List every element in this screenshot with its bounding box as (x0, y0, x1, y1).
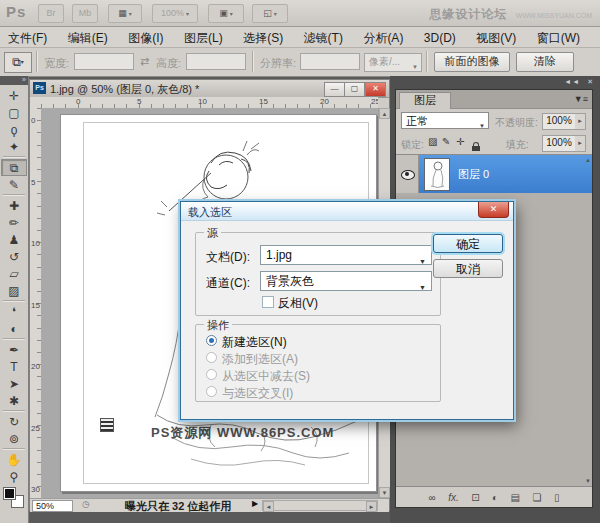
close-panel-icon[interactable]: ✕ (587, 78, 594, 85)
layer-style-icon[interactable]: fx. (448, 488, 459, 507)
zoom-tool[interactable]: ⚲ (1, 468, 27, 485)
add-to-selection-radio[interactable] (206, 352, 217, 363)
tab-layers[interactable]: 图层 (399, 92, 451, 109)
front-image-button[interactable]: 前面的图像 (434, 52, 510, 72)
layer-group-icon[interactable]: ▤ (511, 488, 520, 507)
marquee-tool[interactable]: ▢ (1, 104, 27, 121)
zoom-level-select[interactable]: 100%▾ (152, 4, 198, 23)
scroll-down-icon[interactable]: ▼ (379, 487, 390, 498)
menu-file[interactable]: 文件(F) (0, 27, 55, 47)
screen-mode-icon[interactable]: ◱▾ (252, 4, 288, 23)
menu-select[interactable]: 选择(S) (235, 27, 291, 47)
height-input[interactable] (186, 53, 246, 70)
quick-selection-tool[interactable]: ✦ (1, 138, 27, 155)
status-proxy-arrow-icon[interactable]: ▶ (252, 499, 258, 508)
ok-button[interactable]: 确定 (433, 234, 503, 253)
invert-checkbox[interactable] (262, 296, 274, 308)
swap-dimensions-icon[interactable]: ⇄ (140, 55, 149, 68)
orbit-3d-tool[interactable]: ⊚ (1, 430, 27, 447)
list-scroll-down-icon[interactable]: ▼ (585, 478, 591, 484)
maximize-button[interactable]: ▢ (344, 82, 365, 97)
list-scroll-up-icon[interactable]: ▲ (585, 157, 591, 163)
eraser-tool[interactable]: ▱ (1, 265, 27, 282)
width-input[interactable] (74, 53, 134, 70)
document-select[interactable]: 1.jpg ▼ (260, 245, 432, 265)
view-extras-icon[interactable]: ▦▾ (108, 4, 142, 23)
adjustment-layer-icon[interactable]: ◐ (492, 488, 498, 507)
crop-tool-badge[interactable]: ⧉▾ (4, 52, 32, 73)
clone-stamp-tool[interactable]: ♟ (1, 231, 27, 248)
hand-tool[interactable]: ✋ (1, 451, 27, 468)
layer-name[interactable]: 图层 0 (458, 167, 489, 182)
bridge-icon[interactable]: Br (38, 4, 64, 23)
ruler-number: 25 (31, 424, 40, 433)
document-title-bar[interactable]: Ps 1.jpg @ 50% (图层 0, 灰色/8) * — ▢ ✕ (30, 80, 389, 98)
menu-layer[interactable]: 图层(L) (176, 27, 231, 47)
healing-brush-tool[interactable]: ✚ (1, 197, 27, 214)
opacity-value[interactable]: 100% (542, 113, 576, 130)
new-layer-icon[interactable]: ❏ (532, 488, 541, 507)
delete-layer-icon[interactable]: ▯ (554, 488, 560, 507)
dialog-close-button[interactable]: ✕ (478, 202, 509, 218)
menu-analysis[interactable]: 分析(A) (355, 27, 411, 47)
hand-tool-icon: ✋ (7, 453, 22, 467)
menu-view[interactable]: 视图(V) (468, 27, 524, 47)
horizontal-scrollbar[interactable]: ◄ ► (262, 500, 378, 511)
blur-tool[interactable]: ❛ (1, 303, 27, 320)
lock-pixels-icon[interactable]: ✎ (442, 136, 450, 147)
gradient-tool[interactable]: ▨ (1, 282, 27, 299)
fill-spinner-icon[interactable]: ▸ (575, 135, 586, 152)
history-brush-tool[interactable]: ↺ (1, 248, 27, 265)
layer-row[interactable]: 图层 0 (396, 155, 592, 193)
scroll-up-icon[interactable]: ▲ (379, 108, 390, 119)
pen-tool[interactable]: ✒ (1, 341, 27, 358)
channel-select[interactable]: 背景灰色 ▼ (260, 271, 432, 291)
shape-tool[interactable]: ✱ (1, 392, 27, 409)
cancel-button[interactable]: 取消 (433, 259, 503, 278)
menu-filter[interactable]: 滤镜(T) (296, 27, 351, 47)
foreground-color-swatch[interactable] (3, 487, 16, 500)
scroll-left-icon[interactable]: ◄ (263, 501, 274, 512)
mini-bridge-icon[interactable]: Mb (72, 4, 98, 23)
minimize-button[interactable]: — (324, 82, 345, 97)
subtract-from-selection-radio[interactable] (206, 369, 217, 380)
type-tool[interactable]: T (1, 358, 27, 375)
blend-mode-select[interactable]: 正常▼ (401, 112, 489, 129)
fill-value[interactable]: 100% (542, 135, 576, 152)
link-layers-icon[interactable]: ∞ (429, 488, 436, 507)
lock-transparency-icon[interactable]: ▨ (428, 136, 437, 147)
brush-tool[interactable]: ✏ (1, 214, 27, 231)
resolution-input[interactable] (300, 53, 360, 70)
arrange-documents-icon[interactable]: ▣▾ (208, 4, 244, 23)
dialog-title-bar[interactable]: 载入选区 ✕ (181, 202, 513, 221)
close-button[interactable]: ✕ (365, 82, 386, 97)
resolution-unit-select[interactable]: 像素/...▼ (364, 53, 422, 72)
status-zoom-input[interactable]: 50% (32, 500, 73, 512)
crop-tool[interactable]: ⧉ (1, 159, 27, 176)
rotate-3d-tool[interactable]: ↻ (1, 413, 27, 430)
panel-menu-icon[interactable]: ▼≡ (574, 94, 588, 104)
layer-mask-icon[interactable]: ⊡ (471, 488, 479, 507)
lock-all-icon[interactable] (472, 142, 480, 151)
menu-image[interactable]: 图像(I) (120, 27, 171, 47)
opacity-spinner-icon[interactable]: ▸ (575, 113, 586, 130)
lasso-tool[interactable]: ϙ (1, 121, 27, 138)
menu-3d[interactable]: 3D(D) (416, 28, 464, 45)
collapse-panels-icon[interactable]: ◄◄ (564, 78, 580, 85)
move-tool[interactable]: ✛ (1, 87, 27, 104)
brush-tool-icon: ✏ (9, 216, 19, 230)
layer-thumbnail[interactable] (424, 158, 450, 191)
menu-edit[interactable]: 编辑(E) (60, 27, 116, 47)
lock-position-icon[interactable]: ✛ (456, 136, 464, 147)
dodge-tool[interactable]: ◐ (1, 320, 27, 337)
visibility-toggle[interactable] (396, 155, 419, 193)
path-selection-tool[interactable]: ➤ (1, 375, 27, 392)
eyedropper-tool[interactable]: ✎ (1, 176, 27, 193)
intersect-selection-radio[interactable] (206, 386, 217, 397)
scroll-right-icon[interactable]: ► (366, 501, 377, 512)
menu-window[interactable]: 窗口(W) (529, 27, 588, 47)
new-selection-label: 新建选区(N) (222, 334, 287, 351)
new-selection-radio[interactable] (206, 335, 217, 346)
tools-panel-collapse[interactable]: » (0, 76, 28, 85)
clear-button[interactable]: 清除 (516, 52, 574, 72)
